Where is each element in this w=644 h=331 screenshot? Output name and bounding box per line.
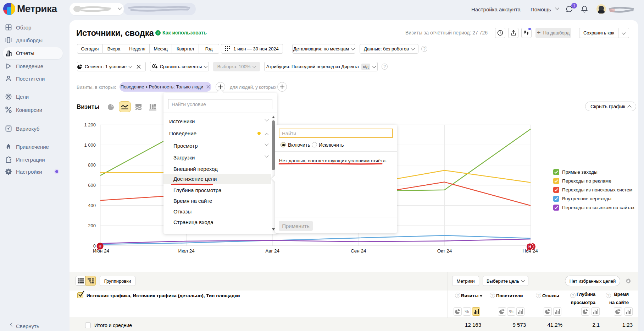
svg-text:200: 200 — [88, 223, 96, 228]
svg-text:600: 600 — [88, 183, 96, 188]
svg-text:800: 800 — [88, 162, 96, 168]
svg-text:Сен 24: Сен 24 — [351, 248, 366, 254]
svg-text:Окт 24: Окт 24 — [437, 248, 452, 254]
svg-text:1 000: 1 000 — [84, 142, 96, 148]
svg-text:Н: Н — [528, 245, 531, 249]
svg-text:Июл 24: Июл 24 — [178, 248, 195, 254]
svg-text:Н: Н — [99, 244, 101, 248]
svg-text:Авг 24: Авг 24 — [265, 248, 279, 254]
svg-text:400: 400 — [88, 203, 96, 208]
svg-text:1 200: 1 200 — [84, 122, 96, 127]
